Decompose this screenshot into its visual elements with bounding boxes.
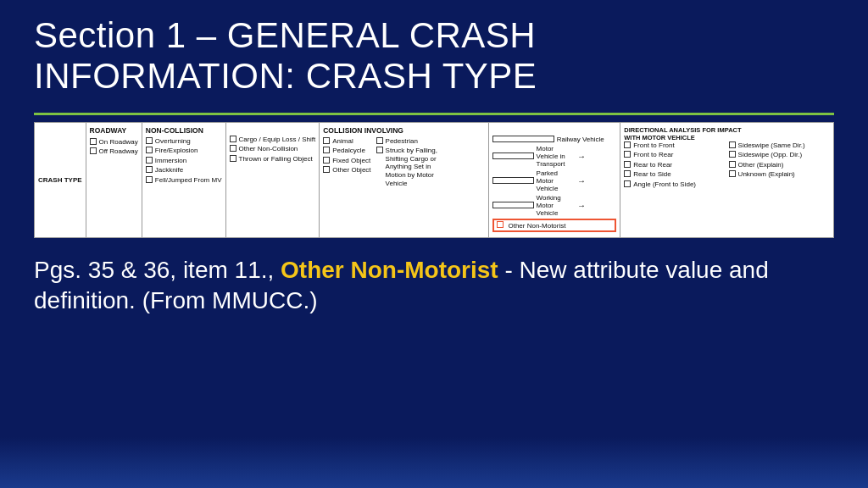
col-animal: Animal [323,137,370,146]
checkbox-fire-explosion[interactable] [146,147,153,153]
col-struck-falling: Struck by Falling, Shifting Cargo or Any… [376,147,453,187]
arrow-working: → [577,201,616,210]
dir-rear-side: Rear to Side [624,170,725,179]
checkbox-pedestrian[interactable] [376,137,383,144]
checkbox-rear-rear[interactable] [624,161,631,168]
checkbox-immersion[interactable] [146,157,153,164]
checkbox-rear-side[interactable] [624,170,631,177]
bottom-text-part1: Pgs. 35 & 36, item 11., [34,257,281,283]
directional-col: DIRECTIONAL ANALYSIS FOR IMPACT WITH MOT… [620,123,833,237]
checkbox-off-roadway[interactable] [90,147,97,154]
slide-header: Section 1 – GENERAL CRASH INFORMATION: C… [0,0,868,106]
nc-item-2: Fire/Explosion [146,147,222,155]
checkbox-other-nc[interactable] [230,145,236,152]
cargo-col: Cargo / Equip Loss / Shift Other Non-Col… [226,123,320,237]
cargo-item-1: Cargo / Equip Loss / Shift [230,136,316,144]
col-pedestrian: Pedestrian [376,137,453,146]
nc-item-5: Fell/Jumped From MV [146,176,222,185]
directional-col2: Sideswipe (Same Dir.) Sideswipe (Opp. Di… [729,141,830,191]
dir-rear-rear: Rear to Rear [624,161,725,169]
dir-front-rear: Front to Rear [624,151,725,159]
dir-unknown-explain: Unknown (Explain) [729,170,830,179]
dir-sideswipe-same: Sideswipe (Same Dir.) [729,141,830,150]
checkbox-unknown-explain[interactable] [729,170,736,177]
directional-cols: Front to Front Front to Rear Rear to Rea… [624,141,830,191]
vehicle-other-nonmotorist: Other Non-Motorist [492,219,616,232]
checkbox-jackknife[interactable] [146,166,153,173]
vehicle-motor-transport: Motor Vehicle in Transport → [492,145,616,168]
collision-header: COLLISION INVOLVING [323,126,485,135]
col-fixed-object: Fixed Object [323,157,370,165]
arrow-motor-transport: → [577,152,616,161]
vehicle-railway: Railway Vehicle [492,136,616,143]
checkbox-front-rear[interactable] [624,151,631,158]
table-inner: CRASH TYPE ROADWAY On Roadway Off Roadwa… [35,123,833,237]
col-pedalcycle: Pedalcycle [323,147,370,155]
collision-col: COLLISION INVOLVING Animal Pedalcycle [320,123,489,237]
checkbox-animal[interactable] [323,137,330,144]
checkbox-pedalcycle[interactable] [323,147,330,153]
dir-front-front: Front to Front [624,141,725,150]
vehicle-parked: Parked Motor Vehicle → [492,169,616,192]
roadway-col: ROADWAY On Roadway Off Roadway [86,123,142,237]
dir-angle: Angle (Front to Side) [624,180,725,189]
checkbox-working[interactable] [492,202,533,208]
dir-sideswipe-opp: Sideswipe (Opp. Dir.) [729,151,830,159]
collision-subcol2: Pedestrian Struck by Falling, Shifting C… [376,137,453,190]
arrow-parked: → [577,176,616,186]
non-collision-header: NON-COLLISION [146,126,222,135]
content-area: CRASH TYPE ROADWAY On Roadway Off Roadwa… [0,115,868,245]
checkbox-other-explain[interactable] [729,161,736,168]
directional-header: DIRECTIONAL ANALYSIS FOR IMPACT WITH MOT… [624,126,830,141]
highlighted-other-nonmotorist: Other Non-Motorist [492,219,616,232]
cargo-item-2: Other Non-Collision [230,145,316,153]
nc-item-1: Overturning [146,137,222,146]
checkbox-sideswipe-same[interactable] [729,141,736,148]
crash-type-table: CRASH TYPE ROADWAY On Roadway Off Roadwa… [34,122,834,238]
checkbox-on-roadway[interactable] [90,138,97,145]
title-line1: Section 1 – GENERAL CRASH [34,15,536,55]
title-line2: INFORMATION: CRASH TYPE [34,56,537,96]
directional-col1: Front to Front Front to Rear Rear to Rea… [624,141,725,191]
cargo-item-3: Thrown or Falling Object [230,155,316,164]
checkbox-angle[interactable] [624,180,631,187]
roadway-item-2: Off Roadway [90,147,138,156]
crash-type-label: CRASH TYPE [38,176,82,184]
collision-subcol1: Animal Pedalcycle Fixed Object Othe [323,137,370,190]
vehicle-working: Working Motor Vehicle → [492,194,616,217]
checkbox-railway[interactable] [492,136,554,142]
col-other-object: Other Object [323,166,370,175]
checkbox-cargo[interactable] [230,136,236,142]
non-collision-col: NON-COLLISION Overturning Fire/Explosion… [142,123,226,237]
checkbox-fixed-object[interactable] [323,157,330,164]
checkbox-parked[interactable] [492,177,533,184]
crash-type-label-col: CRASH TYPE [35,123,86,237]
checkbox-overturning[interactable] [146,137,153,144]
nc-item-3: Immersion [146,157,222,165]
nc-item-4: Jackknife [146,166,222,175]
roadway-header: ROADWAY [90,126,138,135]
roadway-item-1: On Roadway [90,138,138,147]
checkbox-fell-jumped[interactable] [146,176,153,183]
checkbox-sideswipe-opp[interactable] [729,151,736,158]
slide-title: Section 1 – GENERAL CRASH INFORMATION: C… [34,15,834,97]
bottom-text-area: Pgs. 35 & 36, item 11., Other Non-Motori… [0,245,868,325]
checkbox-other-nonmotorist[interactable] [497,221,504,228]
checkbox-struck-falling[interactable] [376,147,383,153]
checkbox-front-front[interactable] [624,141,631,148]
checkbox-thrown[interactable] [230,155,236,162]
vehicles-col: Railway Vehicle Motor Vehicle in Transpo… [489,123,620,237]
checkbox-other-object[interactable] [323,166,330,173]
bottom-text-highlight: Other Non-Motorist [281,257,498,283]
dir-other-explain: Other (Explain) [729,161,830,169]
background-gradient [0,437,868,488]
checkbox-motor-transport[interactable] [492,152,533,159]
